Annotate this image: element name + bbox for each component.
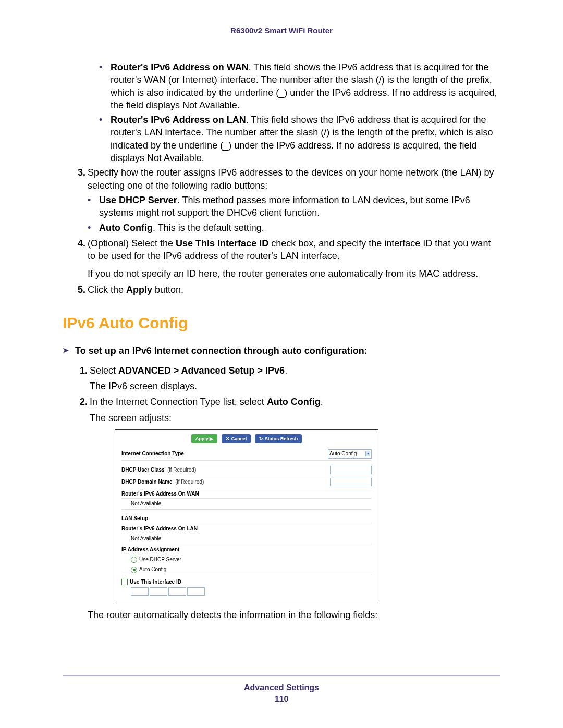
dhcp-user-class-label: DHCP User Class (if Required) xyxy=(121,466,196,474)
body-content: Router's IPv6 Address on WAN. This field… xyxy=(63,61,500,621)
document-header: R6300v2 Smart WiFi Router xyxy=(63,26,500,35)
lan-addr-value: Not Available xyxy=(131,535,161,542)
radio-use-dhcp[interactable]: Use DHCP Server xyxy=(131,556,181,563)
interface-id-inputs[interactable] xyxy=(121,587,372,596)
task-line: To set up an IPv6 Internet connection th… xyxy=(63,344,500,357)
checkbox-use-interface-id[interactable]: Use This Interface ID xyxy=(121,578,372,586)
sec-step-1: 1. Select ADVANCED > Advanced Setup > IP… xyxy=(70,364,500,393)
step-3: 3. Specify how the router assigns IPv6 a… xyxy=(68,166,500,233)
closing-text: The router automatically detects the inf… xyxy=(88,609,500,621)
bullet-dhcp-server: Use DHCP Server. This method passes more… xyxy=(88,194,500,219)
conn-type-label: Internet Connection Type xyxy=(121,450,184,458)
conn-type-select[interactable]: Auto Config▾ xyxy=(328,449,372,459)
wan-addr-value: Not Available xyxy=(131,500,161,508)
router-screenshot-panel: Apply ▶ ✕ Cancel ↻ Status Refresh Intern… xyxy=(115,429,378,603)
bullet-lan-address: Router's IPv6 Address on LAN. This field… xyxy=(99,114,500,164)
chevron-down-icon: ▾ xyxy=(365,451,370,457)
radio-auto-config[interactable]: Auto Config xyxy=(131,566,166,573)
sec-step-2: 2. In the Internet Connection Type list,… xyxy=(70,396,500,603)
apply-button[interactable]: Apply ▶ xyxy=(191,434,218,443)
dhcp-user-class-input[interactable] xyxy=(330,466,372,474)
dhcp-domain-label: DHCP Domain Name (if Required) xyxy=(121,478,204,486)
status-refresh-button[interactable]: ↻ Status Refresh xyxy=(255,434,302,443)
bullet-wan-address: Router's IPv6 Address on WAN. This field… xyxy=(99,61,500,112)
section-heading-ipv6-auto-config: IPv6 Auto Config xyxy=(63,313,500,334)
lan-addr-label: Router's IPv6 Address On LAN xyxy=(121,523,372,534)
dhcp-domain-input[interactable] xyxy=(330,478,372,486)
ip-assignment-label: IP Address Assignment xyxy=(121,544,372,554)
step-5: 5. Click the Apply button. xyxy=(68,283,500,296)
lan-setup-label: LAN Setup xyxy=(121,513,372,524)
step-4: 4. (Optional) Select the Use This Interf… xyxy=(68,237,500,280)
cancel-button[interactable]: ✕ Cancel xyxy=(222,434,251,443)
wan-addr-label: Router's IPv6 Address On WAN xyxy=(121,488,372,499)
bullet-auto-config: Auto Config. This is the default setting… xyxy=(88,221,500,234)
page-footer: Advanced Settings 110 xyxy=(63,675,500,704)
